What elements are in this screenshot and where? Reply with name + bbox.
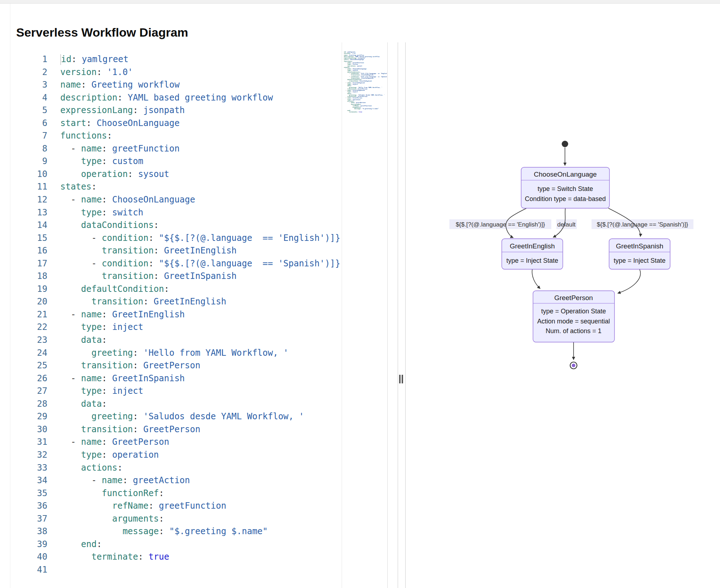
code-line[interactable] [56,564,341,577]
code-token: data [347,93,351,94]
code-line[interactable]: transition: GreetInEnglish [56,244,341,257]
code-line[interactable]: transition: GreetPerson [56,423,341,436]
code-token: ChooseOnLanguage [352,68,366,69]
code-token: transition [351,75,359,76]
code-line[interactable]: operation: sysout [56,168,341,181]
code-token: : [159,488,164,498]
code-token: transition [102,246,154,256]
line-number: 14 [14,219,47,232]
code-token: GreetInEnglish [159,246,237,256]
code-token [344,84,347,85]
code-line[interactable]: arguments: [56,513,341,526]
state-node-greet-person[interactable]: GreetPerson type = Operation State Actio… [533,291,614,342]
code-line[interactable]: transition: GreetPerson [56,359,341,372]
code-token: actions [81,463,117,473]
line-number: 26 [14,372,47,385]
line-number: 11 [14,181,47,193]
code-token [344,94,349,95]
code-token: name [81,309,102,319]
code-token: : [133,348,138,358]
code-token: type [347,70,351,71]
code-line[interactable]: name: Greeting workflow [56,79,341,92]
code-token: yamlgreet [76,54,128,64]
code-line[interactable]: transition: GreetInEnglish [56,295,341,308]
state-node-greet-in-english[interactable]: GreetInEnglish type = Inject State [502,239,563,269]
code-token [344,111,349,112]
code-line[interactable]: type: custom [56,155,341,168]
code-line[interactable]: end: [56,538,341,551]
code-line[interactable]: type: switch [56,206,341,219]
code-line[interactable]: greeting: 'Hello from YAML Workflow, ' [56,347,341,360]
edge-label-english-condition: ${$.[?(@.language == 'English')]} [456,221,545,228]
code-line[interactable]: greeting: 'Saludos desde YAML Workflow, … [56,410,341,423]
code-token: name [81,195,102,205]
splitter-grip-icon[interactable] [399,375,401,383]
edge-label-spanish-condition: ${$.[?(@.language == 'Spanish')]} [597,221,688,228]
code-token: "${$.[?(@.language == 'English')]}" [154,233,341,243]
yaml-code-editor[interactable]: id: yamlgreetversion: '1.0'name: Greetin… [56,53,341,581]
code-line[interactable]: description: YAML based greeting workflo… [56,92,341,104]
code-line[interactable]: id: yamlgreet [56,53,341,66]
code-line[interactable]: expressionLang: jsonpath [56,104,341,117]
code-token: : [361,79,362,80]
code-token: transition [347,96,356,97]
state-node-choose-on-language[interactable]: ChooseOnLanguage type = Switch State Con… [521,167,609,208]
code-line[interactable]: actions: [56,462,341,475]
code-line[interactable]: type: inject [56,385,341,398]
code-line[interactable]: dataConditions: [56,219,341,232]
code-line[interactable]: - condition: "${$.[?(@.language == 'Span… [56,257,341,270]
code-token: type [81,207,102,218]
code-line[interactable]: defaultCondition: [56,283,341,296]
code-line[interactable]: terminate: true [56,551,341,564]
code-line[interactable]: - name: GreetInEnglish [56,308,341,321]
pane-splitter[interactable] [398,42,405,588]
code-token [344,64,347,65]
line-number: 35 [14,487,47,500]
code-line[interactable]: functions: [56,130,341,143]
line-number: 12 [14,193,47,206]
code-line[interactable]: - name: greetFunction [56,143,341,155]
code-token: : [149,258,154,269]
code-token: transition [81,424,133,434]
code-line[interactable]: message: "$.greeting $.name" [56,525,341,538]
code-token: expressionLang [60,105,133,115]
code-line[interactable]: - name: GreetPerson [56,436,341,449]
code-token: states [344,67,349,68]
code-token: : [102,450,107,460]
code-line[interactable]: transition: GreetInSpanish [56,270,341,283]
code-token: - [344,62,347,63]
minimap[interactable]: id: yamlgreetversion: '1.0'name: Greetin… [344,51,387,118]
code-line[interactable]: type: operation [56,449,341,462]
code-line[interactable]: refName: greetFunction [56,500,341,513]
code-line[interactable]: data: [56,398,341,411]
code-token: YAML based greeting workflow [354,56,379,57]
code-token: GreetInSpanish [352,90,365,91]
code-line[interactable]: - name: ChooseOnLanguage [56,193,341,206]
state-node-greet-in-spanish[interactable]: GreetInSpanish type = Inject State [609,239,670,269]
code-line[interactable]: - condition: "${$.[?(@.language == 'Engl… [56,232,341,245]
code-line[interactable]: version: '1.0' [56,66,341,79]
line-numbers: 1234567891011121314151617181920212223242… [14,53,47,576]
code-token: actions [347,101,354,102]
code-line[interactable]: data: [56,334,341,347]
code-token [344,85,347,87]
code-token [344,87,349,88]
code-token: - [60,233,102,243]
code-line[interactable]: type: inject [56,321,341,334]
code-line[interactable]: - name: greetAction [56,474,341,487]
code-token: true [143,552,169,562]
code-token: YAML based greeting workflow [122,93,273,103]
node-detail: type = Inject State [614,257,666,264]
scrollbar-track-border[interactable] [387,42,388,588]
splitter-grip-icon[interactable] [402,375,403,383]
code-token: name [347,62,351,63]
code-line[interactable]: start: ChooseOnLanguage [56,117,341,130]
code-line[interactable]: functionRef: [56,487,341,500]
code-token: defaultCondition [347,79,361,80]
code-token: "${$.[?(@.language == 'English')]}" [360,73,387,74]
code-line[interactable]: states: [56,181,341,193]
code-token: inject [107,386,143,396]
code-token: 'Hello from YAML Workflow, ' [138,348,289,358]
code-line[interactable]: - name: GreetInSpanish [56,372,341,385]
code-token: ChooseOnLanguage [107,195,195,205]
